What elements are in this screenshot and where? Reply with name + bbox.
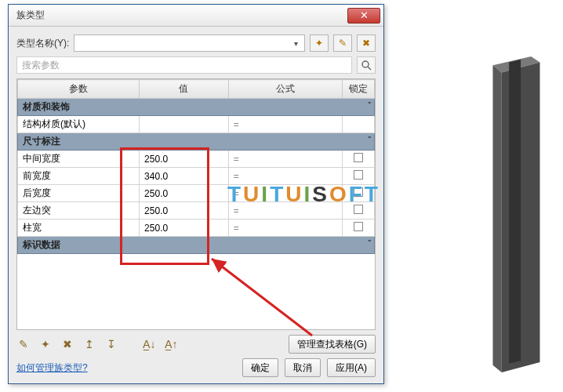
param-lock-cell[interactable]	[342, 116, 374, 133]
search-button[interactable]	[357, 56, 376, 74]
manage-lookup-button[interactable]: 管理查找表格(G)	[289, 335, 376, 354]
collapse-icon[interactable]: ˇ	[368, 238, 371, 248]
param-name-cell[interactable]: 前宽度	[18, 168, 140, 185]
param-name-cell[interactable]: 柱宽	[18, 220, 140, 237]
param-name-cell[interactable]: 左边突	[18, 202, 140, 220]
col-value[interactable]: 值	[140, 80, 229, 99]
svg-line-5	[368, 67, 371, 70]
param-lock-cell[interactable]	[342, 185, 374, 202]
close-button[interactable]	[347, 8, 380, 24]
collapse-icon[interactable]: ˇ	[368, 135, 371, 144]
dialog-title: 族类型	[16, 9, 45, 22]
ok-button[interactable]: 确定	[242, 358, 278, 377]
param-formula-cell[interactable]	[228, 185, 342, 202]
type-name-combo[interactable]: ▾	[74, 34, 305, 52]
param-value-cell[interactable]: 250.0	[140, 202, 229, 220]
checkbox-icon[interactable]	[354, 205, 363, 214]
param-value-cell[interactable]: 250.0	[140, 185, 229, 202]
svg-marker-1	[493, 65, 502, 372]
param-formula-cell[interactable]	[228, 202, 342, 220]
collapse-icon[interactable]: ˇ	[368, 100, 371, 110]
svg-marker-3	[509, 60, 521, 364]
move-down-icon[interactable]: ↧	[104, 338, 118, 350]
move-up-icon[interactable]: ↥	[82, 338, 96, 350]
param-lock-cell[interactable]	[342, 220, 374, 237]
checkbox-icon[interactable]	[354, 222, 363, 231]
param-name-cell[interactable]: 结构材质(默认)	[18, 116, 140, 133]
param-lock-cell[interactable]	[342, 202, 374, 220]
param-formula-cell[interactable]	[228, 168, 342, 185]
family-types-dialog: 族类型 类型名称(Y): ▾ ✦ ✎ ✖ 搜索参数	[8, 4, 384, 384]
svg-point-4	[362, 61, 369, 67]
param-formula-cell[interactable]	[228, 116, 342, 133]
group-header[interactable]: 尺寸标注ˇ	[18, 133, 375, 151]
new-param-icon[interactable]: ✦	[38, 338, 53, 350]
apply-button[interactable]: 应用(A)	[327, 358, 376, 377]
param-value-cell[interactable]: 340.0	[140, 168, 229, 185]
param-name-cell[interactable]: 中间宽度	[18, 151, 140, 168]
chevron-down-icon: ▾	[289, 37, 302, 49]
param-formula-cell[interactable]	[228, 220, 342, 237]
param-lock-cell[interactable]	[342, 151, 374, 168]
delete-param-icon[interactable]: ✖	[60, 338, 74, 350]
delete-type-button[interactable]: ✖	[357, 34, 376, 52]
titlebar: 族类型	[9, 5, 383, 27]
group-header[interactable]: 材质和装饰ˇ	[18, 99, 375, 116]
param-lock-cell[interactable]	[342, 168, 374, 185]
help-link[interactable]: 如何管理族类型?	[16, 361, 88, 375]
param-value-cell[interactable]	[140, 116, 229, 133]
type-name-label: 类型名称(Y):	[16, 37, 69, 50]
parameter-grid[interactable]: 参数 值 公式 锁定 材质和装饰ˇ结构材质(默认)尺寸标注ˇ中间宽度250.0前…	[16, 78, 376, 330]
cancel-button[interactable]: 取消	[285, 358, 321, 377]
param-toolbar: ✎ ✦ ✖ ↥ ↧ A̲↓ A̲↑	[16, 338, 178, 350]
column-preview	[487, 47, 546, 380]
search-icon	[361, 60, 372, 71]
checkbox-icon[interactable]	[354, 170, 363, 180]
new-type-button[interactable]: ✦	[310, 34, 329, 52]
checkbox-icon[interactable]	[354, 187, 363, 197]
search-input[interactable]: 搜索参数	[16, 56, 352, 74]
sort-desc-icon[interactable]: A̲↑	[164, 338, 178, 350]
group-header[interactable]: 标识数据ˇ	[18, 237, 375, 254]
checkbox-icon[interactable]	[354, 153, 363, 162]
edit-icon[interactable]: ✎	[16, 338, 31, 350]
col-formula[interactable]: 公式	[228, 80, 342, 99]
col-lock[interactable]: 锁定	[342, 80, 374, 99]
col-param[interactable]: 参数	[18, 80, 140, 99]
param-name-cell[interactable]: 后宽度	[18, 185, 140, 202]
param-value-cell[interactable]: 250.0	[140, 220, 229, 237]
param-value-cell[interactable]: 250.0	[140, 151, 229, 168]
sort-asc-icon[interactable]: A̲↓	[142, 338, 156, 350]
param-formula-cell[interactable]	[228, 151, 342, 168]
rename-type-button[interactable]: ✎	[333, 34, 352, 52]
